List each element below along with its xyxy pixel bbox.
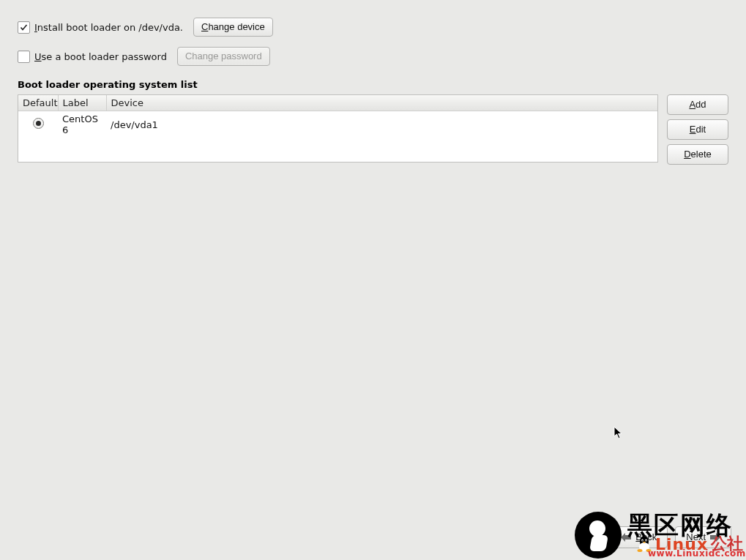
delete-button[interactable]: Delete — [667, 144, 728, 165]
svg-marker-0 — [621, 533, 631, 542]
back-button[interactable]: Back — [610, 526, 668, 548]
use-password-checkbox[interactable] — [18, 51, 30, 63]
svg-point-9 — [638, 549, 643, 552]
table-row[interactable]: CentOS 6 /dev/vda1 — [18, 111, 657, 138]
os-list-title: Boot loader operating system list — [18, 79, 728, 90]
arrow-right-icon — [710, 533, 720, 542]
change-password-button: Change password — [177, 47, 270, 66]
svg-marker-1 — [710, 533, 720, 542]
edit-button[interactable]: Edit — [667, 119, 728, 140]
row-default-cell — [18, 111, 58, 138]
col-header-label[interactable]: Label — [58, 95, 106, 111]
change-device-button[interactable]: Change device — [193, 18, 273, 37]
add-button[interactable]: Add — [667, 94, 728, 115]
col-header-default[interactable]: Default — [18, 95, 58, 111]
row-label-cell: CentOS 6 — [58, 111, 106, 138]
default-radio[interactable] — [33, 118, 44, 129]
arrow-left-icon — [621, 533, 631, 542]
svg-point-10 — [646, 549, 652, 552]
mouse-cursor-icon — [613, 426, 624, 439]
table-header-row: Default Label Device — [18, 95, 657, 111]
row-device-cell: /dev/vda1 — [106, 111, 657, 138]
install-bootloader-label: Install boot loader on /dev/vda. — [34, 22, 183, 33]
use-password-label: Use a boot loader password — [34, 51, 167, 62]
os-list-table[interactable]: Default Label Device CentOS 6 /dev/vda1 — [18, 94, 658, 163]
col-header-device[interactable]: Device — [106, 95, 657, 111]
next-button[interactable]: Next — [675, 526, 731, 548]
install-bootloader-checkbox[interactable] — [18, 21, 30, 34]
